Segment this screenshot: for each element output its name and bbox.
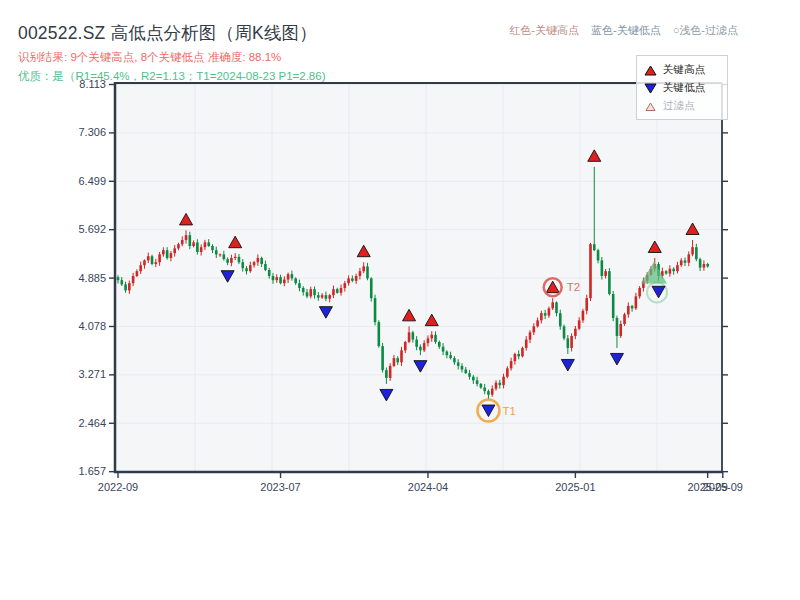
candle-body [638,288,641,296]
candle-body [480,384,483,388]
candle-body [139,265,142,271]
candle-body [340,288,343,293]
candle-body [230,258,233,263]
candle-body [158,254,161,262]
candle-body [226,259,229,263]
y-tick-label: 8.113 [79,78,106,90]
candle-body [506,368,509,376]
candle-body [631,306,634,308]
candle-body [574,329,577,336]
candle-body [272,276,275,280]
y-tick-label: 5.692 [78,223,106,235]
candle-body [385,370,388,378]
candle-body [706,264,709,266]
candle-body [287,274,290,279]
candle-body [241,262,244,268]
y-tick-label: 6.499 [78,175,106,187]
candle-body [211,246,214,250]
candle-body [275,277,278,280]
candle-body [461,366,464,370]
candle-body [412,332,415,339]
t2-label: T2 [567,281,580,293]
candle-body [170,253,173,258]
candle-body [207,242,210,246]
candle-body [703,264,706,268]
candle-body [601,260,604,276]
candle-body [567,338,570,348]
candle-body [680,260,683,265]
candle-body [551,302,554,308]
legend-label: 过滤点 [663,99,695,113]
candle-body [635,296,638,308]
legend-label: 关键高点 [663,63,705,77]
candle-body [162,250,165,254]
candle-body [344,283,347,288]
candle-body [468,373,471,377]
candle-body [219,254,222,255]
candle-body [378,322,381,346]
candle-body [453,358,456,362]
candle-body [684,260,687,262]
candle-body [533,326,536,332]
candle-body [362,266,365,271]
y-tick-label: 7.306 [78,126,106,138]
x-tick-label: 2023-07 [260,481,300,493]
candle-body [136,271,139,276]
candle-body [309,289,312,296]
candle-body [665,271,668,273]
candle-body [593,244,596,250]
candle-body [434,335,437,342]
candle-body [529,332,532,339]
candle-body [264,264,267,270]
candle-body [544,313,547,315]
candle-body [495,383,498,389]
candle-body [173,248,176,253]
candle-body [464,370,467,374]
candle-body [612,294,615,318]
candle-body [502,377,505,385]
candle-body [400,350,403,362]
candle-body [408,332,411,342]
x-tick-label: 2024-04 [408,481,448,493]
y-tick-label: 1.657 [78,465,106,477]
candle-body [143,260,146,265]
y-tick-label: 4.885 [78,272,106,284]
candle-body [381,346,384,370]
legend-item-key-low: 关键低点 [644,79,720,97]
candle-body [366,266,369,278]
candle-body [404,342,407,350]
candle-body [672,269,675,271]
candle-body [457,362,460,366]
y-tick-label: 2.464 [78,417,106,429]
candle-body [389,366,392,378]
candle-body [234,257,237,258]
candle-body [517,354,520,356]
candle-body [570,336,573,348]
candle-body [623,314,626,324]
candle-body [283,280,286,284]
candle-body [117,277,120,280]
candle-body [676,265,679,271]
candle-body [699,259,702,267]
candle-body [430,335,433,339]
candle-body [223,254,226,259]
candle-body [260,258,263,264]
candle-body [449,355,452,358]
candle-body [185,235,188,240]
triangle-up-icon [644,65,657,76]
triangle-down-icon [644,83,657,94]
candle-body [253,262,256,265]
candle-body [487,391,490,395]
candle-body [336,289,339,293]
legend-item-filter: 过滤点 [644,97,720,115]
candle-body [627,306,630,314]
candle-body [124,284,127,290]
triangle-outline-icon [644,101,657,112]
candle-body [268,270,271,276]
candle-body [483,388,486,392]
candle-body [306,292,309,296]
candle-body [597,250,600,260]
candle-body [604,271,607,276]
candle-body [525,340,528,348]
candle-body [257,258,260,262]
